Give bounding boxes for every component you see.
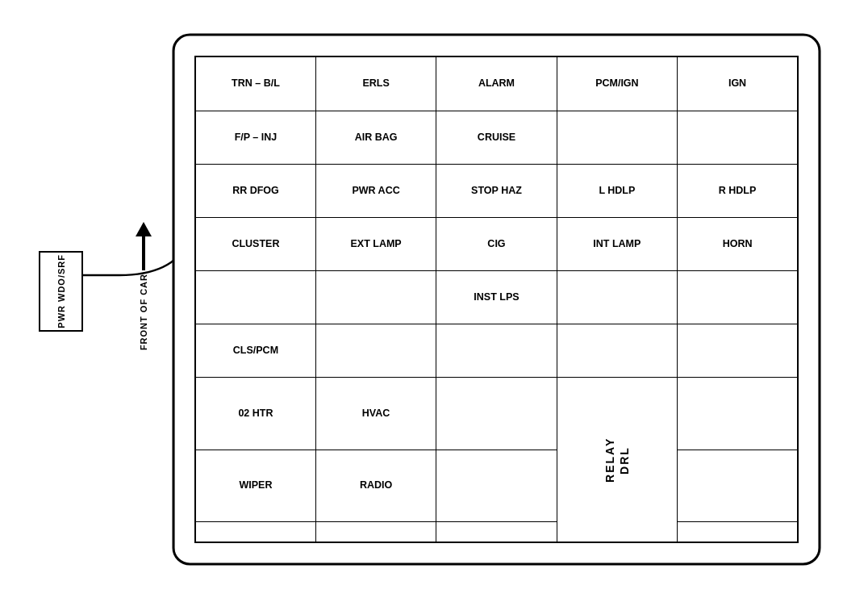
- diagram-container: PWR WDO/SRF FRONT OF CAR: [39, 17, 829, 582]
- cell-radio: RADIO: [315, 450, 436, 522]
- table-row: INST LPS: [195, 270, 798, 324]
- cell-empty-r7c3: [436, 378, 557, 450]
- cell-empty-r8c5: [678, 450, 798, 522]
- table-row: 02 HTR HVAC RELAYDRL: [195, 378, 798, 450]
- cell-wiper: WIPER: [195, 450, 315, 522]
- cell-empty-r9c1: [195, 522, 315, 542]
- cell-cruise: CRUISE: [436, 111, 557, 164]
- cell-ign: IGN: [678, 56, 798, 111]
- cell-empty-r9c2: [315, 522, 436, 542]
- cell-l-hdlp: L HDLP: [557, 164, 677, 217]
- arrow-label-container: FRONT OF CAR: [136, 222, 152, 351]
- fuse-table-container: TRN – B/L ERLS ALARM PCM/IGN IGN F/P – I…: [194, 56, 799, 543]
- cell-empty-r5c5: [678, 270, 798, 324]
- cell-empty-r7c5: [678, 378, 798, 450]
- arrow-shaft: [142, 236, 145, 271]
- cell-empty-r8c3: [436, 450, 557, 522]
- cell-pcm-ign: PCM/IGN: [557, 56, 677, 111]
- cell-cig: CIG: [436, 217, 557, 270]
- table-row: RR DFOG PWR ACC STOP HAZ L HDLP R HDLP: [195, 164, 798, 217]
- cell-inst-lps: INST LPS: [436, 270, 557, 324]
- table-row: F/P – INJ AIR BAG CRUISE: [195, 111, 798, 164]
- side-label-box: PWR WDO/SRF: [39, 251, 83, 332]
- cell-fp-inj: F/P – INJ: [195, 111, 315, 164]
- cell-hvac: HVAC: [315, 378, 436, 450]
- cell-air-bag: AIR BAG: [315, 111, 436, 164]
- cell-trn-bl: TRN – B/L: [195, 56, 315, 111]
- cell-erls: ERLS: [315, 56, 436, 111]
- fuse-table: TRN – B/L ERLS ALARM PCM/IGN IGN F/P – I…: [194, 56, 799, 543]
- cell-r-hdlp: R HDLP: [678, 164, 798, 217]
- table-row: CLS/PCM: [195, 324, 798, 378]
- side-label-text: PWR WDO/SRF: [56, 254, 66, 328]
- table-row: TRN – B/L ERLS ALARM PCM/IGN IGN: [195, 56, 798, 111]
- cell-empty-r6c5: [678, 324, 798, 378]
- table-row: WIPER RADIO: [195, 450, 798, 522]
- cell-02-htr: 02 HTR: [195, 378, 315, 450]
- cell-stop-haz: STOP HAZ: [436, 164, 557, 217]
- cell-empty-r2c5: [678, 111, 798, 164]
- cell-empty-r5c1: [195, 270, 315, 324]
- fuse-box-wrapper: TRN – B/L ERLS ALARM PCM/IGN IGN F/P – I…: [172, 33, 821, 566]
- table-row: CLUSTER EXT LAMP CIG INT LAMP HORN: [195, 217, 798, 270]
- cell-empty-r6c4: [557, 324, 677, 378]
- cell-rr-dfog: RR DFOG: [195, 164, 315, 217]
- cell-ext-lamp: EXT LAMP: [315, 217, 436, 270]
- cell-relay-drl: RELAYDRL: [557, 378, 677, 542]
- cell-cluster: CLUSTER: [195, 217, 315, 270]
- cell-pwr-acc: PWR ACC: [315, 164, 436, 217]
- cell-empty-r9c3: [436, 522, 557, 542]
- cell-empty-r6c2: [315, 324, 436, 378]
- cell-int-lamp: INT LAMP: [557, 217, 677, 270]
- table-row: [195, 522, 798, 542]
- cell-empty-r2c4: [557, 111, 677, 164]
- cell-empty-r5c2: [315, 270, 436, 324]
- front-of-car-label: FRONT OF CAR: [139, 274, 148, 350]
- cell-empty-r9c5: [678, 522, 798, 542]
- cell-alarm: ALARM: [436, 56, 557, 111]
- cell-cls-pcm: CLS/PCM: [195, 324, 315, 378]
- arrow-up-icon: [136, 222, 152, 236]
- cell-empty-r5c4: [557, 270, 677, 324]
- cell-horn: HORN: [678, 217, 798, 270]
- cell-empty-r6c3: [436, 324, 557, 378]
